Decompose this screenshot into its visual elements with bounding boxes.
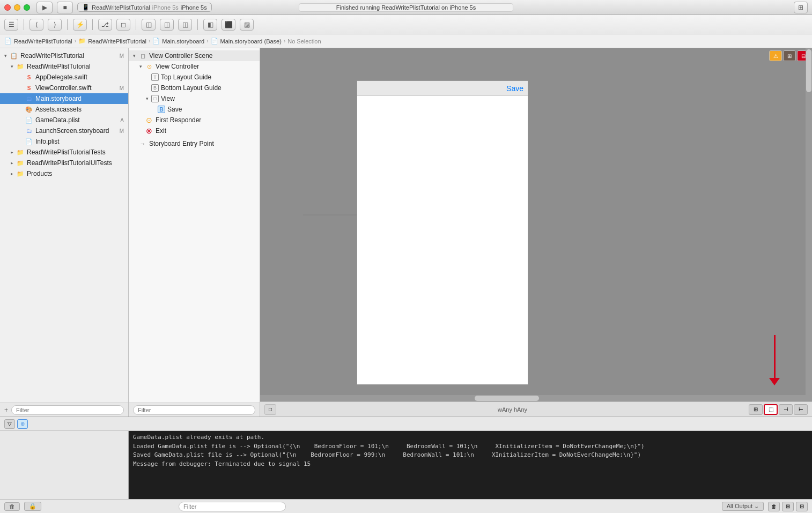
stop-button[interactable]: ■	[57, 2, 73, 13]
navigator-panel: 📋 ReadWritePlistTutorial M 📁 ReadWritePl…	[0, 48, 129, 417]
bottom-right-panel: GameData.plist already exits at path. Lo…	[129, 431, 812, 499]
canvas-warning-icon[interactable]: ⚠	[769, 50, 782, 61]
storyboard-icon-1: 🗂	[25, 94, 33, 103]
scene-item-vc-scene[interactable]: ◻ View Controller Scene	[129, 50, 260, 61]
env-btn[interactable]: ⎇	[98, 19, 112, 31]
bottom-add-btn[interactable]: ⊕	[17, 419, 28, 429]
nav-label-infoplist: Info.plist	[35, 138, 60, 145]
iphone-save-button[interactable]: Save	[506, 84, 523, 93]
canvas-area[interactable]: ⚠ ⊞ ⊟ Save	[260, 48, 812, 417]
traffic-lights	[4, 4, 30, 11]
br-btn-2[interactable]: ⊞	[782, 502, 794, 511]
nav-item-group[interactable]: 📁 ReadWritePlistTutorial	[0, 61, 128, 72]
scene-item-exit[interactable]: ⊗ Exit	[129, 125, 260, 136]
breakpoints-btn[interactable]: ⚡	[73, 19, 87, 31]
debug-btn[interactable]: ◻	[116, 19, 130, 31]
nav-item-root[interactable]: 📋 ReadWritePlistTutorial M	[0, 50, 128, 61]
disclosure-vc[interactable]	[137, 63, 144, 70]
editor-asst-btn[interactable]: ◫	[160, 19, 174, 31]
nav-item-tests[interactable]: 📁 ReadWritePlistTutorialTests	[0, 147, 128, 158]
back-btn[interactable]: ⟨	[29, 19, 43, 31]
canvas-h-scrollbar-thumb[interactable]	[475, 396, 539, 401]
canvas-layout-active-btn[interactable]: ⬚	[764, 404, 778, 415]
output-selector[interactable]: All Output ⌄	[722, 502, 764, 511]
canvas-left-mode-btn[interactable]: □	[264, 404, 276, 415]
title-bar-right-controls: ⊞	[794, 2, 808, 13]
scene-item-top-layout[interactable]: T Top Layout Guide	[129, 72, 260, 83]
output-line-4: Message from debugger: Terminated due to…	[133, 460, 808, 469]
view-icon: □	[151, 95, 159, 102]
breadcrumb-item-1[interactable]: ReadWritePlistTutorial	[14, 38, 72, 44]
disclosure-uitests[interactable]	[9, 160, 15, 166]
breadcrumb-item-2[interactable]: ReadWritePlistTutorial	[88, 38, 146, 44]
disclosure-vc-scene[interactable]	[131, 53, 137, 59]
nav-item-products[interactable]: 📁 Products	[0, 168, 128, 179]
nav-panel-btn[interactable]: ◧	[203, 19, 217, 31]
scene-item-view[interactable]: □ View	[129, 93, 260, 104]
scene-item-save[interactable]: B Save	[129, 104, 260, 115]
exit-icon: ⊗	[145, 127, 153, 135]
bottom-lock-btn[interactable]: 🔒	[24, 502, 41, 511]
debug-panel-btn[interactable]: ⬛	[222, 19, 235, 31]
plist-icon-2: 📄	[25, 137, 33, 146]
scene-item-entry-point[interactable]: → Storyboard Entry Point	[129, 138, 260, 149]
nav-item-appdelegate[interactable]: S AppDelegate.swift	[0, 72, 128, 83]
breadcrumb-item-4[interactable]: Main.storyboard (Base)	[220, 38, 282, 44]
maximize-button[interactable]	[24, 4, 30, 11]
disclosure-view[interactable]	[144, 95, 150, 102]
workspace-view-btn[interactable]: ⊞	[794, 2, 808, 13]
canvas-scroll-area[interactable]: ⚠ ⊞ ⊟ Save	[260, 48, 812, 402]
scene-item-vc[interactable]: ⊙ View Controller	[129, 61, 260, 72]
scene-label-entry-point: Storyboard Entry Point	[149, 140, 214, 147]
canvas-align-v-btn[interactable]: ⊢	[794, 404, 808, 415]
nav-badge-gamedata: A	[120, 117, 124, 123]
forward-btn[interactable]: ⟩	[48, 19, 62, 31]
bottom-clear-btn[interactable]: 🗑	[4, 502, 20, 511]
minimize-button[interactable]	[14, 4, 20, 11]
bottom-filter-input[interactable]	[179, 502, 286, 511]
close-button[interactable]	[4, 4, 11, 11]
disclosure-tests[interactable]	[9, 149, 15, 155]
nav-label-appdelegate: AppDelegate.swift	[35, 73, 87, 81]
disclosure-group[interactable]	[9, 63, 15, 70]
editor-std-btn[interactable]: ◫	[142, 19, 156, 31]
toolbar-separator-5	[197, 19, 198, 30]
nav-item-gamedata[interactable]: 📄 GameData.plist A	[0, 115, 128, 125]
iphone-canvas: Save	[357, 80, 528, 385]
br-btn-3[interactable]: ⊟	[796, 502, 808, 511]
breadcrumb-item-5[interactable]: No Selection	[287, 38, 321, 44]
editor-ver-btn[interactable]: ◫	[178, 19, 192, 31]
nav-filter-input[interactable]	[11, 405, 124, 415]
nav-item-infoplist[interactable]: 📄 Info.plist	[0, 136, 128, 147]
nav-item-assets[interactable]: 🎨 Assets.xcassets	[0, 104, 128, 115]
scene-item-first-responder[interactable]: ⊙ First Responder	[129, 115, 260, 125]
br-btn-1[interactable]: 🗑	[768, 502, 780, 511]
canvas-grid-btn[interactable]: ⊞	[749, 404, 763, 415]
canvas-grid-icon[interactable]: ⊞	[783, 50, 796, 61]
canvas-vertical-scrollbar[interactable]	[806, 48, 812, 402]
nav-item-launchscreen[interactable]: 🗂 LaunchScreen.storyboard M	[0, 125, 128, 136]
run-button[interactable]: ▶	[36, 2, 53, 13]
disclosure-products[interactable]	[9, 170, 15, 177]
scheme-selector[interactable]: 📱 ReadWritePlistTutorial iPhone 5s iPhon…	[77, 3, 212, 12]
disclosure-root[interactable]	[2, 53, 9, 59]
canvas-horizontal-scrollbar[interactable]	[260, 395, 806, 402]
bottom-toggle-btn[interactable]: ▽	[4, 419, 15, 429]
canvas-scrollbar-thumb[interactable]	[806, 49, 811, 92]
scene-tree: ◻ View Controller Scene ⊙ View Controlle…	[129, 48, 260, 403]
status-bar: Finished running ReadWritePlistTutorial …	[299, 3, 513, 12]
scene-filter-input[interactable]	[133, 405, 255, 415]
nav-item-uitests[interactable]: 📁 ReadWritePlistTutorialUITests	[0, 158, 128, 168]
nav-item-viewcontroller[interactable]: S ViewController.swift M	[0, 83, 128, 93]
utility-panel-btn[interactable]: ▨	[240, 19, 254, 31]
breadcrumb-icon-4: 📄	[211, 38, 218, 44]
breadcrumb-item-3[interactable]: Main.storyboard	[162, 38, 204, 44]
nav-toggle-btn[interactable]: ☰	[4, 19, 18, 31]
nav-add-icon[interactable]: +	[4, 406, 8, 414]
nav-label-group: ReadWritePlistTutorial	[27, 63, 91, 70]
nav-item-main-storyboard[interactable]: 🗂 Main.storyboard	[0, 93, 128, 104]
scene-item-bottom-layout[interactable]: B Bottom Layout Guide	[129, 83, 260, 93]
scene-label-bottom-layout: Bottom Layout Guide	[161, 84, 222, 92]
canvas-align-h-btn[interactable]: ⊣	[779, 404, 793, 415]
nav-badge-root: M	[120, 53, 124, 59]
